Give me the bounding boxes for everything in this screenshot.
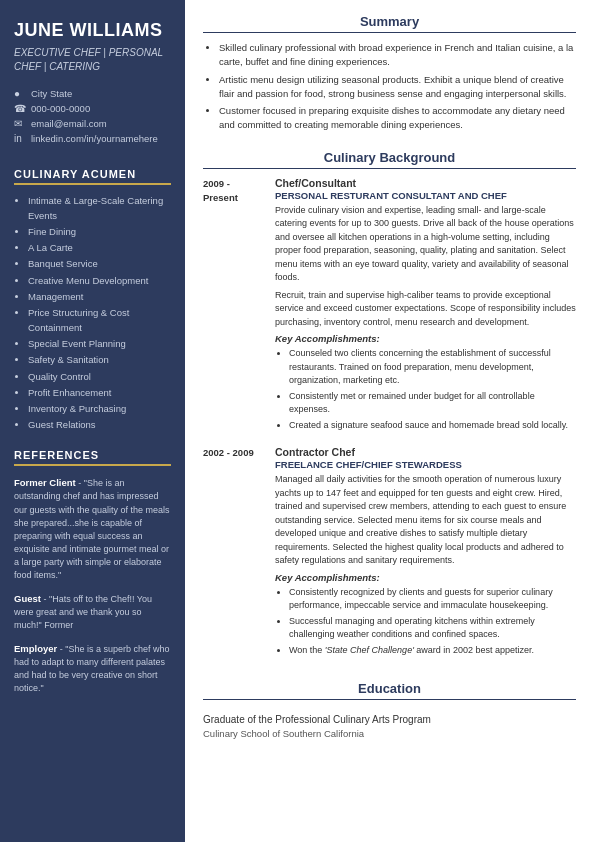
skills-list: Intimate & Large-Scale Catering EventsFi…: [14, 193, 171, 434]
skill-item: Special Event Planning: [28, 336, 171, 351]
skill-item: Creative Menu Development: [28, 273, 171, 288]
summary-bullet: Skilled culinary professional with broad…: [219, 41, 576, 70]
job-entry: 2009 - PresentChef/ConsultantPERSONAL RE…: [203, 177, 576, 437]
accomplishment-item: Won the 'State Chef Challenge' award in …: [289, 644, 576, 658]
summary-bullet: Artistic menu design utilizing seasonal …: [219, 73, 576, 102]
skill-item: Inventory & Purchasing: [28, 401, 171, 416]
jobs-container: 2009 - PresentChef/ConsultantPERSONAL RE…: [203, 177, 576, 672]
job-entry: 2002 - 2009Contractor ChefFreelance Chef…: [203, 446, 576, 661]
sidebar: JUNE WILLIAMS EXECUTIVE CHEF | PERSONAL …: [0, 0, 185, 842]
job-desc1: Provide culinary vision and expertise, l…: [275, 204, 576, 285]
contact-email: ✉ email@email.com: [14, 118, 171, 129]
accomplishments-heading: Key Accomplishments:: [275, 333, 576, 344]
candidate-name: JUNE WILLIAMS: [14, 20, 171, 42]
skill-item: Price Structuring & Cost Containment: [28, 305, 171, 335]
phone-icon: ☎: [14, 103, 26, 114]
job-dates: 2009 - Present: [203, 177, 265, 437]
skill-item: Banquet Service: [28, 256, 171, 271]
skill-item: A La Carte: [28, 240, 171, 255]
education-section: Graduate of the Professional Culinary Ar…: [203, 712, 576, 739]
reference-name: Employer: [14, 643, 57, 654]
reference-item: Guest - "Hats off to the Chef!! You were…: [14, 592, 171, 632]
skill-item: Safety & Sanitation: [28, 352, 171, 367]
references-section: References Former Client - "She is an ou…: [14, 449, 171, 705]
job-subtitle: Freelance Chef/Chief Stewardess: [275, 459, 576, 470]
job-subtitle: PERSONAL RESTURANT Consultant and Chef: [275, 190, 576, 201]
job-title: Chef/Consultant: [275, 177, 576, 189]
summary-list: Skilled culinary professional with broad…: [203, 41, 576, 136]
job-details: Chef/ConsultantPERSONAL RESTURANT Consul…: [275, 177, 576, 437]
accomplishment-item: Successful managing and operating kitche…: [289, 615, 576, 642]
summary-heading: Summary: [203, 14, 576, 33]
email-icon: ✉: [14, 118, 26, 129]
linkedin-icon: in: [14, 133, 26, 144]
background-heading: Culinary Background: [203, 150, 576, 169]
skill-item: Quality Control: [28, 369, 171, 384]
skill-item: Guest Relations: [28, 417, 171, 432]
contact-section: ● City State ☎ 000-000-0000 ✉ email@emai…: [14, 88, 171, 148]
skill-item: Management: [28, 289, 171, 304]
resume-page: JUNE WILLIAMS EXECUTIVE CHEF | PERSONAL …: [0, 0, 594, 842]
job-desc2: Recruit, train and supervise high-calibe…: [275, 289, 576, 330]
accomplishments-list: Counseled two clients concerning the est…: [275, 347, 576, 432]
references-heading: References: [14, 449, 171, 466]
accomplishment-item: Consistently recognized by clients and g…: [289, 586, 576, 613]
accomplishment-item: Counseled two clients concerning the est…: [289, 347, 576, 388]
reference-name: Former Client: [14, 477, 76, 488]
contact-location: ● City State: [14, 88, 171, 99]
contact-linkedin: in linkedin.com/in/yournamehere: [14, 133, 171, 144]
reference-item: Former Client - "She is an outstanding c…: [14, 476, 171, 581]
reference-item: Employer - "She is a superb chef who had…: [14, 642, 171, 695]
accomplishments-list: Consistently recognized by clients and g…: [275, 586, 576, 658]
accomplishment-item: Created a signature seafood sauce and ho…: [289, 419, 576, 433]
education-degree: Graduate of the Professional Culinary Ar…: [203, 712, 576, 728]
job-title: Contractor Chef: [275, 446, 576, 458]
contact-phone: ☎ 000-000-0000: [14, 103, 171, 114]
accomplishments-heading: Key Accomplishments:: [275, 572, 576, 583]
skill-item: Fine Dining: [28, 224, 171, 239]
job-details: Contractor ChefFreelance Chef/Chief Stew…: [275, 446, 576, 661]
main-content: Summary Skilled culinary professional wi…: [185, 0, 594, 842]
location-icon: ●: [14, 88, 26, 99]
skill-item: Intimate & Large-Scale Catering Events: [28, 193, 171, 223]
job-dates: 2002 - 2009: [203, 446, 265, 661]
skill-item: Profit Enhancement: [28, 385, 171, 400]
culinary-acumen-heading: CULINARY ACUMEN: [14, 168, 171, 185]
job-desc1: Managed all daily activities for the smo…: [275, 473, 576, 568]
education-heading: Education: [203, 681, 576, 700]
summary-bullet: Customer focused in preparing exquisite …: [219, 104, 576, 133]
education-school: Culinary School of Southern California: [203, 728, 576, 739]
accomplishment-item: Consistently met or remained under budge…: [289, 390, 576, 417]
reference-name: Guest: [14, 593, 41, 604]
candidate-title: EXECUTIVE CHEF | PERSONAL CHEF | CATERIN…: [14, 46, 171, 74]
